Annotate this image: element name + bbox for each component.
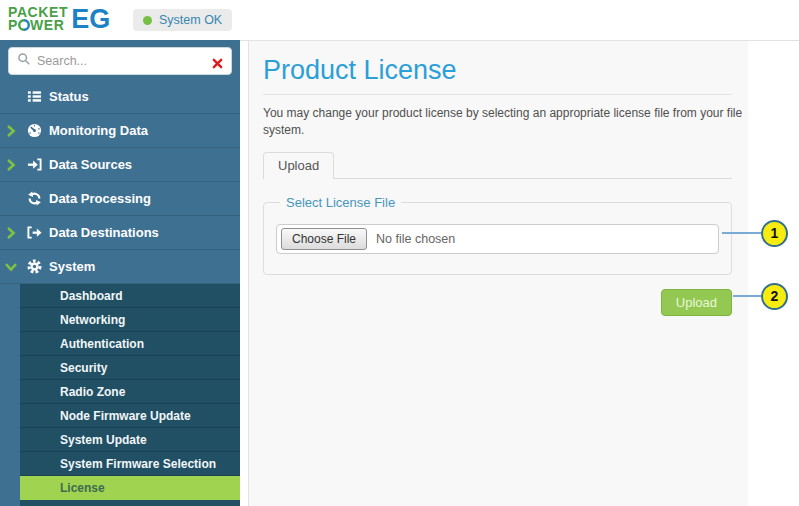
sidebar-item-label: Data Processing xyxy=(49,191,151,206)
submenu-item-radio-zone[interactable]: Radio Zone xyxy=(20,380,240,404)
tab-upload[interactable]: Upload xyxy=(263,152,334,179)
search-input[interactable] xyxy=(37,54,223,68)
logo-line2: PWER xyxy=(8,19,68,33)
choose-file-button[interactable]: Choose File xyxy=(281,228,367,250)
sidebar-item-status[interactable]: Status xyxy=(0,80,240,114)
select-license-fieldset: Select License File Choose File No file … xyxy=(263,195,732,275)
file-chosen-status: No file chosen xyxy=(376,232,455,246)
sidebar: Status Monitoring Data Data Sources Data… xyxy=(0,40,240,506)
header: PACKET PWER EG System OK xyxy=(0,0,799,40)
license-file-input[interactable]: Choose File No file chosen xyxy=(276,224,719,254)
system-submenu: Dashboard Networking Authentication Secu… xyxy=(20,284,240,500)
callout-line-2 xyxy=(733,295,762,297)
sidebar-item-system[interactable]: System xyxy=(0,250,240,284)
page-description: You may change your product license by s… xyxy=(263,105,744,139)
chevron-right-icon xyxy=(0,125,22,137)
submenu-item-node-firmware-update[interactable]: Node Firmware Update xyxy=(20,404,240,428)
submenu-overflow xyxy=(20,500,240,506)
upload-button[interactable]: Upload xyxy=(661,289,732,316)
status-badge-label: System OK xyxy=(159,13,222,27)
sign-out-icon xyxy=(22,225,46,240)
sign-in-icon xyxy=(22,157,46,172)
refresh-icon xyxy=(22,191,46,206)
chevron-right-icon xyxy=(0,227,22,239)
logo-product-name: EG xyxy=(71,4,110,35)
search-icon xyxy=(17,52,31,70)
main-content: Product License You may change your prod… xyxy=(248,41,748,506)
sidebar-item-label: System xyxy=(49,259,95,274)
callout-badge-1: 1 xyxy=(761,220,788,247)
callout-line-1 xyxy=(722,232,762,234)
submenu-item-authentication[interactable]: Authentication xyxy=(20,332,240,356)
submenu-item-dashboard[interactable]: Dashboard xyxy=(20,284,240,308)
callout-badge-2: 2 xyxy=(761,283,788,310)
sidebar-item-label: Status xyxy=(49,89,89,104)
clear-search-icon[interactable] xyxy=(212,55,223,73)
fieldset-legend: Select License File xyxy=(280,195,401,210)
page-title: Product License xyxy=(263,55,732,85)
submenu-item-system-update[interactable]: System Update xyxy=(20,428,240,452)
chevron-right-icon xyxy=(0,159,22,171)
sidebar-item-label: Data Destinations xyxy=(49,225,159,240)
status-ok-dot-icon xyxy=(143,16,152,25)
submenu-item-license[interactable]: License xyxy=(20,476,240,500)
app-window: PACKET PWER EG System OK Status xyxy=(0,0,799,506)
sidebar-item-data-processing[interactable]: Data Processing xyxy=(0,182,240,216)
tab-bar: Upload xyxy=(263,152,732,179)
sidebar-item-monitoring-data[interactable]: Monitoring Data xyxy=(0,114,240,148)
sidebar-item-label: Data Sources xyxy=(49,157,132,172)
chevron-down-icon xyxy=(0,262,22,272)
search-box[interactable] xyxy=(8,47,232,75)
submenu-item-system-firmware-selection[interactable]: System Firmware Selection xyxy=(20,452,240,476)
title-divider xyxy=(263,94,732,95)
sidebar-item-data-sources[interactable]: Data Sources xyxy=(0,148,240,182)
packet-power-logo: PACKET PWER EG xyxy=(8,4,110,35)
gear-icon xyxy=(22,259,46,274)
system-status-badge: System OK xyxy=(133,9,232,31)
form-actions: Upload xyxy=(263,289,732,316)
submenu-item-security[interactable]: Security xyxy=(20,356,240,380)
sidebar-item-label: Monitoring Data xyxy=(49,123,148,138)
submenu-item-networking[interactable]: Networking xyxy=(20,308,240,332)
gauge-icon xyxy=(22,123,46,138)
list-icon xyxy=(22,89,46,104)
power-symbol-icon xyxy=(18,19,30,33)
logo-wordmark: PACKET PWER xyxy=(8,6,68,33)
sidebar-search xyxy=(0,40,240,80)
sidebar-item-data-destinations[interactable]: Data Destinations xyxy=(0,216,240,250)
